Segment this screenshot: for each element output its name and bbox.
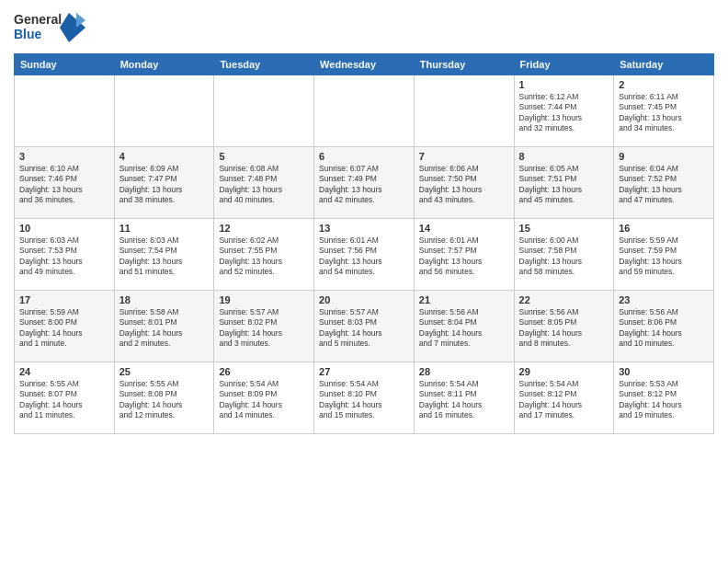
weekday-header-thursday: Thursday [414, 54, 514, 75]
day-number: 18 [119, 294, 210, 305]
week-row-4: 17Sunrise: 5:59 AM Sunset: 8:00 PM Dayli… [15, 291, 714, 362]
day-info: Sunrise: 6:04 AM Sunset: 7:52 PM Dayligh… [619, 164, 709, 206]
day-number: 23 [619, 294, 709, 305]
day-info: Sunrise: 6:08 AM Sunset: 7:48 PM Dayligh… [219, 164, 309, 206]
day-info: Sunrise: 6:01 AM Sunset: 7:57 PM Dayligh… [419, 236, 509, 278]
calendar-cell [314, 75, 415, 147]
calendar-cell: 12Sunrise: 6:02 AM Sunset: 7:55 PM Dayli… [214, 219, 314, 291]
weekday-header-saturday: Saturday [614, 54, 714, 75]
day-number: 2 [619, 79, 709, 90]
calendar-cell: 22Sunrise: 5:56 AM Sunset: 8:05 PM Dayli… [514, 291, 614, 362]
weekday-header-sunday: Sunday [15, 54, 115, 75]
calendar-cell: 14Sunrise: 6:01 AM Sunset: 7:57 PM Dayli… [414, 219, 514, 291]
calendar-cell: 2Sunrise: 6:11 AM Sunset: 7:45 PM Daylig… [614, 75, 714, 147]
weekday-header-wednesday: Wednesday [314, 54, 415, 75]
day-info: Sunrise: 6:05 AM Sunset: 7:51 PM Dayligh… [519, 164, 609, 206]
calendar-cell: 6Sunrise: 6:07 AM Sunset: 7:49 PM Daylig… [314, 147, 415, 219]
calendar-cell: 24Sunrise: 5:55 AM Sunset: 8:07 PM Dayli… [15, 362, 115, 434]
day-number: 21 [419, 294, 509, 305]
day-number: 20 [319, 294, 409, 305]
day-number: 27 [319, 366, 409, 377]
calendar-cell: 29Sunrise: 5:54 AM Sunset: 8:12 PM Dayli… [514, 362, 614, 434]
day-number: 6 [319, 151, 409, 162]
day-info: Sunrise: 6:11 AM Sunset: 7:45 PM Dayligh… [619, 92, 709, 134]
day-info: Sunrise: 5:54 AM Sunset: 8:11 PM Dayligh… [419, 379, 509, 421]
weekday-header-friday: Friday [514, 54, 614, 75]
day-number: 5 [219, 151, 309, 162]
page: GeneralBlue SundayMondayTuesdayWednesday… [0, 0, 728, 563]
day-info: Sunrise: 6:03 AM Sunset: 7:54 PM Dayligh… [119, 236, 210, 278]
day-number: 1 [519, 79, 609, 90]
day-number: 10 [19, 223, 109, 234]
day-info: Sunrise: 5:54 AM Sunset: 8:09 PM Dayligh… [219, 379, 309, 421]
calendar-cell [15, 75, 115, 147]
day-number: 19 [219, 294, 309, 305]
calendar-cell: 5Sunrise: 6:08 AM Sunset: 7:48 PM Daylig… [214, 147, 314, 219]
calendar-cell: 10Sunrise: 6:03 AM Sunset: 7:53 PM Dayli… [15, 219, 115, 291]
day-info: Sunrise: 5:59 AM Sunset: 7:59 PM Dayligh… [619, 236, 709, 278]
calendar-cell: 26Sunrise: 5:54 AM Sunset: 8:09 PM Dayli… [214, 362, 314, 434]
calendar-cell: 21Sunrise: 5:56 AM Sunset: 8:04 PM Dayli… [414, 291, 514, 362]
day-number: 7 [419, 151, 509, 162]
calendar-cell: 4Sunrise: 6:09 AM Sunset: 7:47 PM Daylig… [114, 147, 214, 219]
day-number: 28 [419, 366, 509, 377]
day-number: 16 [619, 223, 709, 234]
calendar-cell: 18Sunrise: 5:58 AM Sunset: 8:01 PM Dayli… [114, 291, 214, 362]
calendar-cell [114, 75, 214, 147]
calendar-cell: 23Sunrise: 5:56 AM Sunset: 8:06 PM Dayli… [614, 291, 714, 362]
calendar-cell: 9Sunrise: 6:04 AM Sunset: 7:52 PM Daylig… [614, 147, 714, 219]
calendar-cell: 28Sunrise: 5:54 AM Sunset: 8:11 PM Dayli… [414, 362, 514, 434]
day-info: Sunrise: 6:07 AM Sunset: 7:49 PM Dayligh… [319, 164, 409, 206]
svg-text:Blue: Blue [14, 27, 42, 41]
day-number: 17 [19, 294, 109, 305]
day-info: Sunrise: 5:55 AM Sunset: 8:07 PM Dayligh… [19, 379, 109, 421]
calendar: SundayMondayTuesdayWednesdayThursdayFrid… [14, 53, 714, 434]
weekday-header-monday: Monday [114, 54, 214, 75]
day-info: Sunrise: 5:55 AM Sunset: 8:08 PM Dayligh… [119, 379, 210, 421]
calendar-cell: 7Sunrise: 6:06 AM Sunset: 7:50 PM Daylig… [414, 147, 514, 219]
day-info: Sunrise: 5:54 AM Sunset: 8:12 PM Dayligh… [519, 379, 609, 421]
logo: GeneralBlue [14, 9, 87, 46]
day-number: 24 [19, 366, 109, 377]
calendar-cell: 20Sunrise: 5:57 AM Sunset: 8:03 PM Dayli… [314, 291, 415, 362]
day-info: Sunrise: 6:01 AM Sunset: 7:56 PM Dayligh… [319, 236, 409, 278]
day-number: 3 [19, 151, 109, 162]
week-row-1: 1Sunrise: 6:12 AM Sunset: 7:44 PM Daylig… [15, 75, 714, 147]
calendar-cell: 27Sunrise: 5:54 AM Sunset: 8:10 PM Dayli… [314, 362, 415, 434]
day-number: 22 [519, 294, 609, 305]
day-info: Sunrise: 5:57 AM Sunset: 8:02 PM Dayligh… [219, 307, 309, 350]
calendar-cell: 8Sunrise: 6:05 AM Sunset: 7:51 PM Daylig… [514, 147, 614, 219]
day-number: 25 [119, 366, 210, 377]
calendar-cell: 3Sunrise: 6:10 AM Sunset: 7:46 PM Daylig… [15, 147, 115, 219]
day-info: Sunrise: 5:59 AM Sunset: 8:00 PM Dayligh… [19, 307, 109, 350]
week-row-5: 24Sunrise: 5:55 AM Sunset: 8:07 PM Dayli… [15, 362, 714, 434]
calendar-cell: 17Sunrise: 5:59 AM Sunset: 8:00 PM Dayli… [15, 291, 115, 362]
header: GeneralBlue [14, 9, 714, 46]
day-info: Sunrise: 5:58 AM Sunset: 8:01 PM Dayligh… [119, 307, 210, 350]
calendar-cell: 16Sunrise: 5:59 AM Sunset: 7:59 PM Dayli… [614, 219, 714, 291]
day-number: 4 [119, 151, 210, 162]
day-info: Sunrise: 6:03 AM Sunset: 7:53 PM Dayligh… [19, 236, 109, 278]
calendar-cell [414, 75, 514, 147]
calendar-cell: 19Sunrise: 5:57 AM Sunset: 8:02 PM Dayli… [214, 291, 314, 362]
day-info: Sunrise: 6:00 AM Sunset: 7:58 PM Dayligh… [519, 236, 609, 278]
logo-svg: GeneralBlue [14, 9, 87, 46]
calendar-cell: 15Sunrise: 6:00 AM Sunset: 7:58 PM Dayli… [514, 219, 614, 291]
day-number: 15 [519, 223, 609, 234]
day-number: 11 [119, 223, 210, 234]
day-number: 12 [219, 223, 309, 234]
day-info: Sunrise: 6:10 AM Sunset: 7:46 PM Dayligh… [19, 164, 109, 206]
calendar-cell: 30Sunrise: 5:53 AM Sunset: 8:12 PM Dayli… [614, 362, 714, 434]
day-number: 13 [319, 223, 409, 234]
calendar-cell: 13Sunrise: 6:01 AM Sunset: 7:56 PM Dayli… [314, 219, 415, 291]
day-info: Sunrise: 6:02 AM Sunset: 7:55 PM Dayligh… [219, 236, 309, 278]
weekday-header-tuesday: Tuesday [214, 54, 314, 75]
day-number: 26 [219, 366, 309, 377]
svg-text:General: General [14, 12, 62, 27]
day-number: 29 [519, 366, 609, 377]
day-info: Sunrise: 5:56 AM Sunset: 8:04 PM Dayligh… [419, 307, 509, 350]
day-info: Sunrise: 6:12 AM Sunset: 7:44 PM Dayligh… [519, 92, 609, 134]
calendar-cell [214, 75, 314, 147]
week-row-3: 10Sunrise: 6:03 AM Sunset: 7:53 PM Dayli… [15, 219, 714, 291]
calendar-cell: 11Sunrise: 6:03 AM Sunset: 7:54 PM Dayli… [114, 219, 214, 291]
